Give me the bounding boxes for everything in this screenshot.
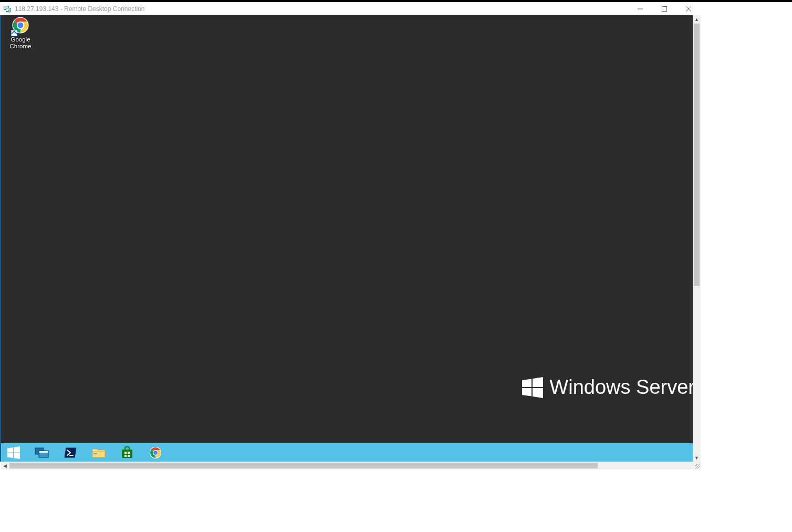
window-controls xyxy=(628,2,701,15)
windows-logo-icon xyxy=(522,377,543,398)
rdc-horizontal-scrollbar[interactable]: ◀ ▶ xyxy=(1,462,701,470)
remote-taskbar[interactable] xyxy=(1,443,693,462)
remote-desktop[interactable]: Google Chrome Windows Server xyxy=(1,15,693,462)
taskbar-google-chrome-button[interactable] xyxy=(143,443,168,462)
svg-rect-20 xyxy=(128,452,130,454)
rdc-title-text: 118.27.193.143 - Remote Desktop Connecti… xyxy=(15,5,145,13)
taskbar-start-button[interactable] xyxy=(1,443,26,462)
svg-rect-6 xyxy=(662,6,667,11)
scroll-up-button[interactable]: ▲ xyxy=(693,15,701,23)
taskbar-powershell-button[interactable] xyxy=(58,443,83,462)
desktop-icon-label: Google Chrome xyxy=(4,36,37,50)
windows-server-watermark: Windows Server xyxy=(522,376,693,399)
taskbar-task-view-button[interactable] xyxy=(29,443,55,462)
chrome-icon xyxy=(11,16,30,35)
minimize-button[interactable] xyxy=(628,2,652,15)
maximize-button[interactable] xyxy=(652,2,676,15)
svg-rect-14 xyxy=(39,451,48,453)
svg-rect-18 xyxy=(122,450,132,458)
scroll-left-button[interactable]: ◀ xyxy=(1,462,9,470)
watermark-text: Windows Server xyxy=(549,376,693,399)
rdc-titlebar[interactable]: 118.27.193.143 - Remote Desktop Connecti… xyxy=(0,2,701,15)
svg-rect-21 xyxy=(124,455,127,457)
resize-grip[interactable] xyxy=(693,462,701,470)
close-button[interactable] xyxy=(676,2,701,15)
taskbar-microsoft-store-button[interactable] xyxy=(114,443,140,462)
svg-rect-19 xyxy=(124,452,127,454)
vertical-scroll-thumb[interactable] xyxy=(694,24,700,286)
shortcut-arrow-icon xyxy=(11,30,17,36)
taskbar-file-explorer-button[interactable] xyxy=(86,443,111,462)
rdc-vertical-scrollbar[interactable]: ▲ ▼ xyxy=(693,15,701,462)
scroll-down-button[interactable]: ▼ xyxy=(693,454,701,462)
desktop-icon-google-chrome[interactable]: Google Chrome xyxy=(4,16,37,50)
rdc-app-icon xyxy=(3,5,12,13)
svg-rect-17 xyxy=(93,453,97,454)
svg-rect-16 xyxy=(92,452,105,457)
svg-rect-22 xyxy=(128,455,130,457)
horizontal-scroll-thumb[interactable] xyxy=(9,463,598,468)
